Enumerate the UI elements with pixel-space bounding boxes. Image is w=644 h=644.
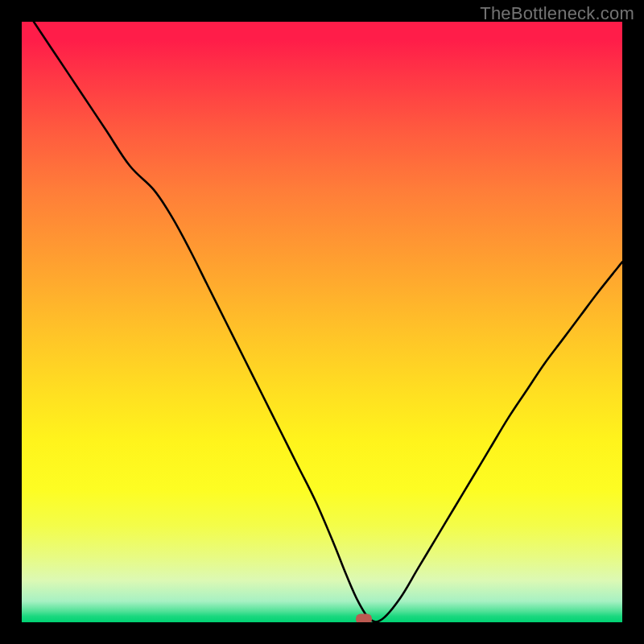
chart-frame: TheBottleneck.com	[0, 0, 644, 644]
optimal-marker	[356, 614, 372, 622]
plot-area	[22, 22, 622, 622]
bottleneck-curve	[22, 22, 622, 622]
watermark-text: TheBottleneck.com	[480, 3, 634, 24]
